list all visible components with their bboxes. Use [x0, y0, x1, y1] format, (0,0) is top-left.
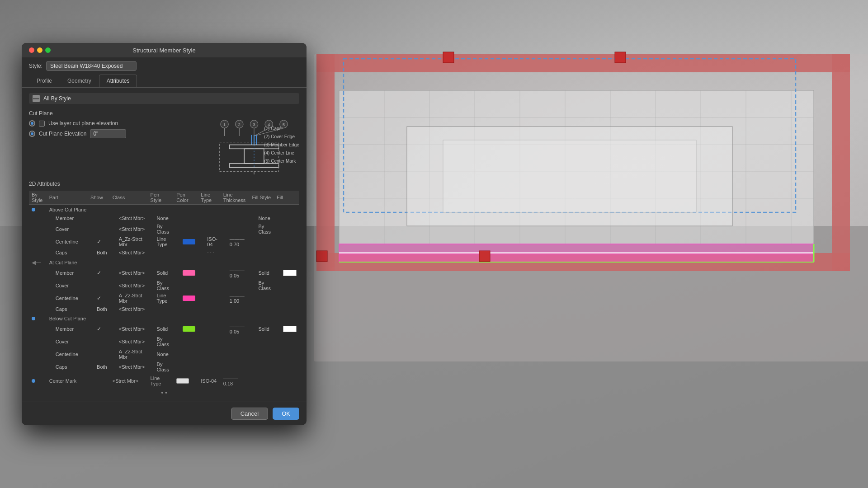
check-at-centerline: ✓ — [97, 295, 101, 301]
style-dropdown[interactable]: Steel Beam W18×40 Exposed — [46, 61, 137, 71]
svg-rect-24 — [339, 254, 814, 262]
fillstyle-above-member: None — [250, 214, 274, 223]
title-bar: Structural Member Style — [22, 43, 307, 57]
row-at-centerline[interactable]: Centerline ✓ A_Zz-Strct Mbr Line Type ——… — [29, 292, 299, 305]
part-at-cover: Cover — [47, 279, 88, 292]
radio-use-layer[interactable] — [29, 120, 35, 127]
row-at-cover[interactable]: Cover <Strct Mbr> By Class By Class — [29, 279, 299, 292]
diagram-labels: (1) Caps (2) Cover Edge (3) Member Edge … — [264, 125, 299, 165]
row-below-member[interactable]: Member ✓ <Strct Mbr> Solid ———0.05 Solid — [29, 323, 299, 335]
show-above-caps: Both — [88, 248, 110, 257]
svg-text:1: 1 — [223, 122, 226, 127]
scroll-indicator: • • — [29, 389, 299, 396]
col-bystyle: By Style — [29, 191, 47, 205]
row-at-member[interactable]: Member ✓ <Strct Mbr> Solid ———0.05 Solid — [29, 267, 299, 279]
linetype-center-mark: ISO-04 — [198, 373, 221, 387]
class-above-cover: <Strct Mbr> — [110, 223, 148, 235]
thick-below-member: ———0.05 — [221, 323, 250, 335]
col-part: Part — [47, 191, 88, 205]
svg-rect-28 — [615, 52, 626, 63]
penstyle-above-member: None — [148, 214, 174, 223]
fillstyle-below-member: Solid — [250, 323, 274, 335]
cut-plane-section: Use layer cut plane elevation Cut Plane … — [29, 120, 299, 174]
lt-above-caps: - - - — [198, 248, 221, 257]
fill-at-member — [283, 270, 297, 276]
elevation-input[interactable] — [90, 129, 126, 138]
close-button[interactable] — [29, 47, 34, 53]
class-center-mark: <Strct Mbr> — [110, 373, 148, 387]
row-above-centerline[interactable]: Centerline ✓ A_Zz-Strct Mbr Line Type IS… — [29, 235, 299, 248]
group-name-at: At Cut Plane — [47, 257, 299, 267]
tab-profile[interactable]: Profile — [29, 75, 60, 87]
check-at-member: ✓ — [97, 270, 101, 276]
color-at-member — [183, 270, 195, 276]
tab-geometry[interactable]: Geometry — [60, 75, 99, 87]
dialog: Structural Member Style Style: Steel Bea… — [22, 43, 307, 425]
row-below-cover[interactable]: Cover <Strct Mbr> By Class — [29, 335, 299, 348]
diagram-label-2: (2) Cover Edge — [264, 133, 299, 141]
tab-attributes[interactable]: Attributes — [99, 75, 137, 87]
attrs-table: By Style Part Show Class Pen Style Pen C… — [29, 191, 299, 387]
checkbox-use-layer[interactable] — [39, 121, 45, 127]
part-at-caps: Caps — [47, 305, 88, 314]
penstyle-at-member: Solid — [148, 267, 174, 279]
penstyle-at-cover: By Class — [148, 279, 174, 292]
attrs-section: 2D Attributes By Style Part Show Class P… — [29, 181, 299, 396]
color-above-centerline — [183, 239, 195, 244]
cancel-button[interactable]: Cancel — [231, 408, 268, 420]
row-center-mark[interactable]: Center Mark <Strct Mbr> Line Type ISO-04… — [29, 373, 299, 387]
penstyle-above-centerline: Line Type — [148, 235, 174, 248]
part-at-member: Member — [47, 267, 88, 279]
elevation-label: Cut Plane Elevation — [39, 131, 86, 137]
svg-rect-29 — [316, 251, 327, 262]
thick-center-mark: ———0.18 — [221, 373, 250, 387]
group-name-above: Above Cut Plane — [47, 205, 299, 214]
group-above-cut-plane: Above Cut Plane — [29, 205, 299, 214]
row-above-caps[interactable]: Caps Both <Strct Mbr> - - - — [29, 248, 299, 257]
class-below-member: <Strct Mbr> — [110, 323, 148, 335]
use-layer-label: Use layer cut plane elevation — [48, 120, 118, 127]
row-at-caps[interactable]: Caps Both <Strct Mbr> — [29, 305, 299, 314]
radio-elevation[interactable] — [29, 131, 35, 137]
part-above-member: Member — [47, 214, 88, 223]
group-dot-above — [32, 208, 35, 211]
diagram-label-4: (4) Center Line — [264, 149, 299, 157]
row-above-cover[interactable]: Cover <Strct Mbr> By Class By Class — [29, 223, 299, 235]
style-label: Style: — [29, 63, 42, 69]
svg-text:2: 2 — [238, 122, 241, 127]
color-at-centerline — [183, 296, 195, 301]
penstyle-at-centerline: Line Type — [148, 292, 174, 305]
check-above-centerline: ✓ — [97, 239, 101, 245]
col-pencolor: Pen Color — [174, 191, 198, 205]
svg-rect-22 — [339, 244, 814, 252]
part-below-caps: Caps — [47, 361, 88, 373]
tabs-container: Profile Geometry Attributes — [22, 75, 307, 88]
row-below-caps[interactable]: Caps Both <Strct Mbr> By Class — [29, 361, 299, 373]
group-arrow-at: ◀— — [32, 259, 41, 266]
dialog-body: — All By Style Cut Plane Use layer cut p… — [22, 88, 307, 402]
minus-icon: — — [33, 95, 40, 102]
ok-button[interactable]: OK — [273, 408, 299, 420]
style-row: Style: Steel Beam W18×40 Exposed — [22, 57, 307, 75]
part-at-centerline: Centerline — [47, 292, 88, 305]
svg-rect-2 — [316, 54, 850, 72]
dialog-footer: Cancel OK — [22, 402, 307, 425]
attrs-section-label: 2D Attributes — [29, 181, 299, 187]
thick-above-centerline: ———0.70 — [221, 235, 250, 248]
svg-rect-4 — [832, 54, 850, 271]
minimize-button[interactable] — [37, 47, 42, 53]
maximize-button[interactable] — [45, 47, 51, 53]
col-penstyle: Pen Style — [148, 191, 174, 205]
penstyle-center-mark: Line Type — [148, 373, 174, 387]
col-linetype: Line Type — [198, 191, 221, 205]
row-below-centerline[interactable]: Centerline A_Zz-Strct Mbr None — [29, 348, 299, 361]
cut-plane-controls: Use layer cut plane elevation Cut Plane … — [29, 120, 200, 174]
part-center-mark: Center Mark — [47, 373, 88, 387]
row-above-member[interactable]: Member <Strct Mbr> None None — [29, 214, 299, 223]
class-below-centerline: A_Zz-Strct Mbr — [110, 348, 148, 361]
fill-below-member — [283, 326, 297, 332]
thick-at-centerline: ———1.00 — [221, 292, 250, 305]
color-below-member — [183, 326, 195, 332]
all-by-style-label: All By Style — [43, 95, 71, 102]
class-above-member: <Strct Mbr> — [110, 214, 148, 223]
